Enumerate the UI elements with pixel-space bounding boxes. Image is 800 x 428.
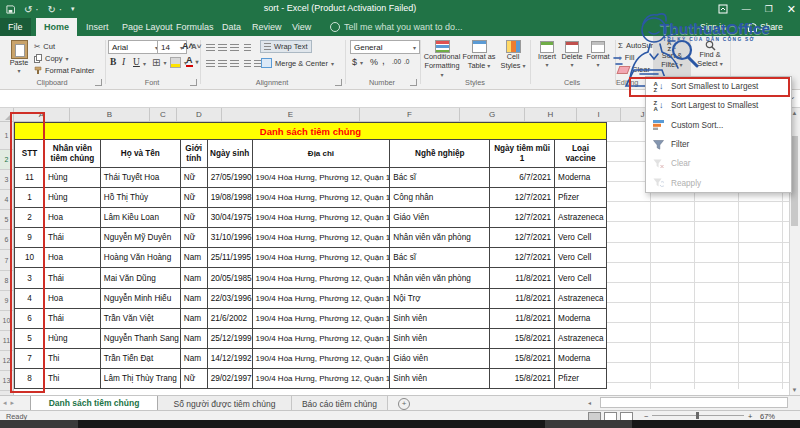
- cell[interactable]: Thái: [45, 309, 101, 329]
- cell[interactable]: Trần Tiến Đạt: [101, 349, 181, 369]
- align-middle-icon[interactable]: [218, 44, 227, 52]
- decrease-decimal-button[interactable]: .0: [404, 58, 409, 65]
- scroll-left-icon[interactable]: ◂: [588, 399, 591, 406]
- cell[interactable]: Moderna: [555, 168, 607, 188]
- shrink-font-button[interactable]: A˅: [191, 42, 201, 51]
- cell[interactable]: Thái: [45, 228, 101, 248]
- cell[interactable]: Nữ: [181, 168, 208, 188]
- cell[interactable]: 190/4 Hòa Hưng, Phường 12, Quận 10: [253, 188, 391, 208]
- menu-item-filter[interactable]: Filter: [646, 135, 791, 154]
- cell[interactable]: Nguyễn Mỹ Duyên: [101, 228, 181, 248]
- cell[interactable]: 19/08/1998: [208, 188, 253, 208]
- clipboard-dialog-launcher[interactable]: [95, 79, 102, 86]
- cell[interactable]: Nhân viên văn phòng: [390, 228, 490, 248]
- cell[interactable]: 11/8/2021: [490, 289, 555, 309]
- cell-styles-button[interactable]: CellStyles ▾: [498, 40, 528, 71]
- cell[interactable]: 22/03/1996: [208, 289, 253, 309]
- align-top-icon[interactable]: [206, 44, 215, 52]
- cell[interactable]: 11/8/2021: [490, 309, 555, 329]
- alignment-dialog-launcher[interactable]: [335, 79, 342, 86]
- header-cell[interactable]: Ngày sinh: [208, 140, 253, 168]
- cell[interactable]: Hùng: [45, 329, 101, 349]
- minimize-button[interactable]: —: [742, 4, 751, 14]
- format-as-table-button[interactable]: Format asTable ▾: [462, 40, 496, 71]
- cell[interactable]: Nữ: [181, 188, 208, 208]
- cell[interactable]: Nam: [181, 289, 208, 309]
- sheet-tab-active[interactable]: Danh sách tiêm chủng: [30, 396, 158, 411]
- sheet-tab[interactable]: Số người được tiêm chủng: [158, 396, 292, 411]
- header-cell[interactable]: Nhân viên tiêm chủng: [45, 140, 101, 168]
- underline-options-chevron[interactable]: ▾: [143, 60, 146, 67]
- cell[interactable]: Sinh viên: [390, 369, 490, 389]
- cell[interactable]: 20/05/1985: [208, 268, 253, 288]
- cell[interactable]: 25/12/1999: [208, 329, 253, 349]
- scroll-down-icon[interactable]: ▼: [789, 387, 800, 393]
- cell[interactable]: 190/4 Hòa Hưng, Phường 12, Quận 10: [253, 248, 391, 268]
- cell[interactable]: Công nhân: [390, 188, 490, 208]
- column-header[interactable]: F: [360, 108, 460, 122]
- align-left-icon[interactable]: [206, 60, 215, 68]
- header-cell[interactable]: Ngày tiêm mũi 1: [490, 140, 555, 168]
- orientation-icon[interactable]: [244, 44, 251, 52]
- tab-home[interactable]: Home: [36, 18, 77, 36]
- percent-button[interactable]: %: [370, 57, 378, 67]
- cell[interactable]: Astrazeneca: [555, 208, 607, 228]
- cell[interactable]: 190/4 Hòa Hưng, Phường 12, Quận 10: [253, 309, 391, 329]
- cell[interactable]: Nữ: [181, 208, 208, 228]
- maximize-button[interactable]: ❐: [765, 4, 773, 14]
- column-header[interactable]: B: [70, 108, 150, 122]
- undo-icon[interactable]: ↺ ·: [24, 4, 39, 15]
- cell[interactable]: 190/4 Hòa Hưng, Phường 12, Quận 10: [253, 369, 391, 389]
- number-dialog-launcher[interactable]: [410, 79, 417, 86]
- cell[interactable]: Pfizer: [555, 188, 607, 208]
- save-icon[interactable]: [6, 5, 15, 14]
- format-painter-button[interactable]: Format Painter: [34, 66, 95, 75]
- horizontal-scroll-thumb[interactable]: [600, 397, 788, 408]
- cell[interactable]: 190/4 Hòa Hưng, Phường 12, Quận 10: [253, 349, 391, 369]
- cell[interactable]: Nam: [181, 349, 208, 369]
- delete-cells-button[interactable]: Delete▾: [559, 41, 585, 69]
- cell[interactable]: Pfizer: [555, 369, 607, 389]
- cell[interactable]: 15/8/2021: [490, 369, 555, 389]
- menu-item-custom-sort[interactable]: Custom Sort...: [646, 116, 791, 135]
- cell[interactable]: 25/11/1995: [208, 248, 253, 268]
- table-title-cell[interactable]: Danh sách tiêm chủng: [14, 122, 607, 140]
- align-right-icon[interactable]: [230, 60, 239, 68]
- cell[interactable]: 12/7/2021: [490, 248, 555, 268]
- column-header[interactable]: E: [222, 108, 360, 122]
- sheet-tab[interactable]: Báo cáo tiêm chủng: [292, 396, 388, 411]
- tab-insert[interactable]: Insert: [78, 18, 117, 36]
- column-header[interactable]: I: [577, 108, 621, 122]
- vertical-scroll-thumb[interactable]: [791, 136, 798, 226]
- close-button[interactable]: ✕: [787, 3, 796, 16]
- underline-button[interactable]: U: [133, 57, 140, 67]
- cell[interactable]: Hoa: [45, 289, 101, 309]
- cell[interactable]: Lâm Thị Thùy Trang: [101, 369, 181, 389]
- cell[interactable]: Moderna: [555, 309, 607, 329]
- zoom-slider-thumb[interactable]: [696, 412, 699, 419]
- header-cell[interactable]: Nghề nghiệp: [390, 140, 490, 168]
- cell[interactable]: Thái: [45, 268, 101, 288]
- cell[interactable]: Vero Cell: [555, 228, 607, 248]
- cell[interactable]: 11/8/2021: [490, 268, 555, 288]
- column-header[interactable]: H: [525, 108, 577, 122]
- cell[interactable]: 190/4 Hòa Hưng, Phường 12, Quận 10: [253, 208, 391, 228]
- cell[interactable]: Hồ Thị Thủy: [101, 188, 181, 208]
- font-name-select[interactable]: Arial▾: [108, 40, 162, 54]
- tab-file[interactable]: File: [0, 18, 31, 36]
- cell[interactable]: Giáo viên: [390, 349, 490, 369]
- bold-button[interactable]: B: [110, 57, 116, 67]
- cell[interactable]: Mai Văn Dũng: [101, 268, 181, 288]
- cell[interactable]: Sinh viên: [390, 329, 490, 349]
- merge-center-button[interactable]: Merge & Center▾: [261, 58, 334, 68]
- cell[interactable]: 6/7/2021: [490, 168, 555, 188]
- cell[interactable]: 21/6/2002: [208, 309, 253, 329]
- font-color-button[interactable]: A▾: [186, 56, 199, 67]
- increase-decimal-button[interactable]: .00: [392, 58, 401, 65]
- column-header[interactable]: D: [177, 108, 222, 122]
- cell[interactable]: Nam: [181, 329, 208, 349]
- header-cell[interactable]: Loại vaccine: [555, 140, 607, 168]
- wrap-text-button[interactable]: Wrap Text: [260, 40, 312, 53]
- cell[interactable]: 190/4 Hòa Hưng, Phường 12, Quận 10: [253, 168, 391, 188]
- comma-style-button[interactable]: ,: [382, 55, 385, 66]
